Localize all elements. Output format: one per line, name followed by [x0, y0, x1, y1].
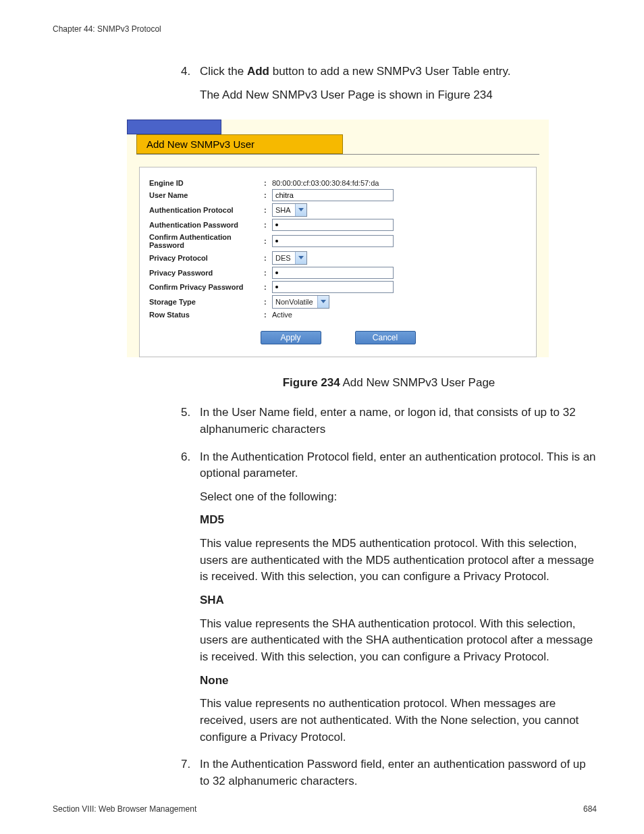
- option-md5: MD5 This value represents the MD5 authen…: [200, 512, 597, 585]
- step-number: 7.: [181, 756, 200, 796]
- auth-protocol-select[interactable]: SHA: [272, 203, 307, 217]
- step-body: Click the Add button to add a new SNMPv3…: [200, 63, 597, 110]
- tab-bar: [127, 120, 549, 134]
- label-confirm-privacy-password: Confirm Privacy Password: [149, 283, 264, 291]
- step-body: In the Authentication Protocol field, en…: [200, 449, 597, 753]
- label-confirm-auth-password: Confirm Authentication Password: [149, 233, 264, 249]
- option-title: MD5: [200, 512, 597, 529]
- colon: :: [264, 191, 272, 199]
- step-number: 5.: [181, 405, 200, 444]
- step-body: In the Authentication Password field, en…: [200, 756, 597, 796]
- step-6: 6. In the Authentication Protocol field,…: [181, 449, 597, 753]
- step-4: 4. Click the Add button to add a new SNM…: [181, 63, 597, 110]
- storage-type-select[interactable]: NonVolatile: [272, 295, 329, 309]
- colon: :: [264, 221, 272, 229]
- step-5: 5. In the User Name field, enter a name,…: [181, 405, 597, 444]
- chevron-down-icon: [317, 296, 329, 308]
- chevron-down-icon: [295, 204, 306, 216]
- button-row: Apply Cancel: [149, 331, 527, 344]
- row-user-name: User Name :: [149, 189, 527, 201]
- option-text: This value represents the MD5 authentica…: [200, 536, 597, 585]
- colon: :: [264, 269, 272, 277]
- option-text: This value represents no authentication …: [200, 696, 597, 746]
- auth-password-input[interactable]: [272, 219, 394, 231]
- option-title: SHA: [200, 592, 597, 609]
- footer-section: Section VIII: Web Browser Management: [53, 804, 196, 814]
- colon: :: [264, 283, 272, 291]
- label-privacy-password: Privacy Password: [149, 269, 264, 277]
- text: In the Authentication Password field, en…: [200, 756, 597, 789]
- apply-button[interactable]: Apply: [261, 331, 321, 344]
- text: Select one of the following:: [200, 489, 597, 506]
- select-value: DES: [273, 252, 295, 264]
- colon: :: [264, 206, 272, 214]
- value-row-status: Active: [272, 311, 527, 319]
- text: The Add New SNMPv3 User Page is shown in…: [200, 87, 597, 104]
- step-number: 6.: [181, 449, 200, 753]
- label-user-name: User Name: [149, 191, 264, 199]
- option-sha: SHA This value represents the SHA authen…: [200, 592, 597, 666]
- label-engine-id: Engine ID: [149, 179, 264, 187]
- select-value: NonVolatile: [273, 296, 317, 308]
- row-confirm-privacy-password: Confirm Privacy Password :: [149, 281, 527, 293]
- row-privacy-password: Privacy Password :: [149, 267, 527, 279]
- footer-page-number: 684: [583, 804, 597, 814]
- label-auth-protocol: Authentication Protocol: [149, 206, 264, 214]
- chevron-down-icon: [295, 252, 306, 264]
- text: button to add a new SNMPv3 User Table en…: [269, 65, 511, 78]
- label-auth-password: Authentication Password: [149, 221, 264, 229]
- colon: :: [264, 254, 272, 262]
- colon: :: [264, 237, 272, 245]
- page-footer: Section VIII: Web Browser Management 684: [53, 804, 597, 814]
- option-none: None This value represents no authentica…: [200, 673, 597, 746]
- colon: :: [264, 311, 272, 319]
- snmp-panel: Add New SNMPv3 User Engine ID : 80:00:00…: [127, 120, 549, 357]
- select-value: SHA: [273, 204, 295, 216]
- add-bold: Add: [247, 65, 269, 78]
- row-storage-type: Storage Type : NonVolatile: [149, 295, 527, 309]
- figure-234: Add New SNMPv3 User Engine ID : 80:00:00…: [127, 120, 597, 357]
- option-title: None: [200, 673, 597, 689]
- row-auth-password: Authentication Password :: [149, 219, 527, 231]
- step-7: 7. In the Authentication Password field,…: [181, 756, 597, 796]
- form-panel: Engine ID : 80:00:00:cf:03:00:30:84:fd:5…: [139, 167, 537, 357]
- privacy-protocol-select[interactable]: DES: [272, 251, 307, 265]
- confirm-privacy-password-input[interactable]: [272, 281, 394, 293]
- confirm-auth-password-input[interactable]: [272, 235, 394, 247]
- background-tab[interactable]: [127, 120, 221, 134]
- option-text: This value represents the SHA authentica…: [200, 616, 597, 666]
- figure-caption: Figure 234 Add New SNMPv3 User Page: [181, 376, 597, 390]
- colon: :: [264, 298, 272, 306]
- caption-bold: Figure 234: [283, 376, 340, 389]
- page: Chapter 44: SNMPv3 Protocol 4. Click the…: [0, 0, 644, 834]
- text: Click the: [200, 65, 247, 78]
- step-body: In the User Name field, enter a name, or…: [200, 405, 597, 444]
- separator: [136, 154, 539, 155]
- row-privacy-protocol: Privacy Protocol : DES: [149, 251, 527, 265]
- row-engine-id: Engine ID : 80:00:00:cf:03:00:30:84:fd:5…: [149, 179, 527, 187]
- label-row-status: Row Status: [149, 311, 264, 319]
- row-row-status: Row Status : Active: [149, 311, 527, 319]
- privacy-password-input[interactable]: [272, 267, 394, 279]
- row-auth-protocol: Authentication Protocol : SHA: [149, 203, 527, 217]
- value-engine-id: 80:00:00:cf:03:00:30:84:fd:57:da: [272, 179, 527, 187]
- label-storage-type: Storage Type: [149, 298, 264, 306]
- main-content: 4. Click the Add button to add a new SNM…: [181, 63, 597, 110]
- chapter-header: Chapter 44: SNMPv3 Protocol: [53, 24, 597, 34]
- cancel-button[interactable]: Cancel: [355, 331, 416, 344]
- panel-title: Add New SNMPv3 User: [136, 134, 343, 154]
- caption-text: Add New SNMPv3 User Page: [340, 376, 495, 389]
- label-privacy-protocol: Privacy Protocol: [149, 254, 264, 262]
- colon: :: [264, 179, 272, 187]
- row-confirm-auth-password: Confirm Authentication Password :: [149, 233, 527, 249]
- step-number: 4.: [181, 63, 200, 110]
- text: In the Authentication Protocol field, en…: [200, 449, 597, 482]
- user-name-input[interactable]: [272, 189, 394, 201]
- text: In the User Name field, enter a name, or…: [200, 405, 597, 438]
